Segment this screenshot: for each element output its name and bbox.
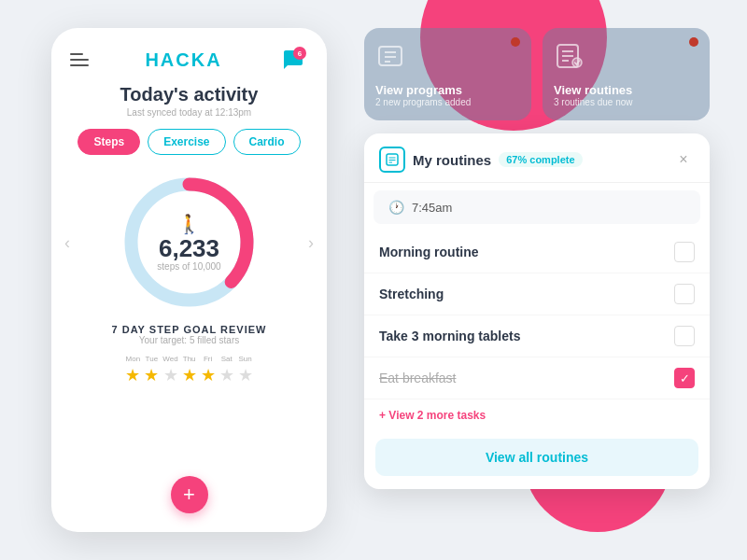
phone-card: HACKA 6 Today's activity Last synced tod… [51, 28, 327, 532]
app-title: HACKA [145, 49, 221, 71]
day-label-sat: Sat [221, 355, 233, 363]
routines-sub: 3 routines due now [554, 97, 698, 107]
sync-text: Last synced today at 12:13pm [51, 107, 327, 118]
task-morning-routine[interactable]: Morning routine [364, 231, 710, 273]
tab-cardio[interactable]: Cardio [233, 129, 301, 155]
clock-icon: 🕐 [388, 200, 404, 215]
routines-icon [554, 41, 698, 77]
prev-arrow[interactable]: ‹ [64, 232, 70, 252]
stars-row: Mon ★ Tue ★ Wed ★ Thu ★ Fri ★ Sat ★ Sun … [51, 349, 327, 391]
steps-count: 6,233 [157, 235, 220, 262]
activity-title: Today's activity [51, 84, 327, 105]
notification-badge: 6 [293, 47, 306, 60]
top-cards: View programs 2 new programs added View … [364, 28, 710, 120]
tabs-row: Steps Exercise Cardio [51, 129, 327, 155]
chat-button[interactable]: 6 [278, 45, 308, 75]
goal-target: Your target: 5 filled stars [51, 335, 327, 345]
task-tablets[interactable]: Take 3 morning tablets [364, 315, 710, 357]
star-sat: ★ [219, 365, 234, 385]
programs-title: View programs [375, 83, 520, 97]
view-all-routines-button[interactable]: View all routines [375, 439, 698, 476]
star-thu: ★ [182, 365, 197, 385]
routines-title: View routines [554, 83, 698, 97]
task-checkbox-tablets[interactable] [674, 326, 695, 346]
task-label-stretching: Stretching [379, 287, 444, 301]
day-sun: Sun ★ [238, 355, 253, 385]
view-more-tasks[interactable]: + View 2 more tasks [364, 399, 710, 431]
star-fri: ★ [201, 365, 216, 385]
programs-sub: 2 new programs added [375, 97, 520, 107]
task-label-breakfast: Eat breakfast [379, 371, 457, 385]
star-mon: ★ [125, 365, 140, 385]
tab-exercise[interactable]: Exercise [148, 129, 225, 155]
goal-title: 7 DAY STEP GOAL REVIEW [51, 324, 327, 335]
chart-area: ‹ 🚶 6,233 steps of 10,000 › [61, 170, 317, 315]
day-label-mon: Mon [126, 355, 141, 363]
day-sat: Sat ★ [219, 355, 234, 385]
task-stretching[interactable]: Stretching [364, 273, 710, 315]
modal-header: My routines 67% complete × [364, 133, 710, 183]
task-checkbox-breakfast[interactable]: ✓ [674, 368, 695, 388]
day-label-fri: Fri [204, 355, 212, 363]
time-text: 7:45am [412, 201, 452, 215]
day-tue: Tue ★ [144, 355, 159, 385]
routines-modal: My routines 67% complete × 🕐 7:45am Morn… [364, 133, 710, 489]
phone-header: HACKA 6 [51, 28, 327, 84]
task-checkbox-morning[interactable] [674, 242, 695, 262]
routine-icon-box [379, 147, 405, 173]
modal-title: My routines [413, 152, 491, 168]
task-checkbox-stretching[interactable] [674, 284, 695, 304]
routines-card[interactable]: View routines 3 routines due now [543, 28, 710, 120]
day-thu: Thu ★ [182, 355, 197, 385]
day-mon: Mon ★ [125, 355, 140, 385]
routine-list-icon [386, 153, 399, 166]
star-tue: ★ [144, 365, 159, 385]
tab-steps[interactable]: Steps [78, 129, 140, 155]
day-label-wed: Wed [162, 355, 177, 363]
right-panel: View programs 2 new programs added View … [364, 28, 710, 489]
task-label-morning: Morning routine [379, 245, 479, 259]
menu-icon[interactable] [70, 53, 89, 66]
time-row: 🕐 7:45am [374, 190, 700, 224]
complete-badge: 67% complete [499, 152, 582, 167]
day-wed: Wed ★ [162, 355, 177, 385]
day-label-sun: Sun [239, 355, 252, 363]
star-wed: ★ [163, 365, 178, 385]
steps-label: steps of 10,000 [157, 261, 220, 272]
programs-icon [375, 41, 520, 77]
day-label-thu: Thu [183, 355, 196, 363]
programs-card[interactable]: View programs 2 new programs added [364, 28, 531, 120]
svg-point-10 [572, 58, 582, 67]
close-button[interactable]: × [672, 148, 695, 171]
task-breakfast[interactable]: Eat breakfast ✓ [364, 357, 710, 399]
task-label-tablets: Take 3 morning tablets [379, 329, 520, 343]
next-arrow[interactable]: › [308, 232, 314, 252]
day-fri: Fri ★ [201, 355, 216, 385]
chart-center: 🚶 6,233 steps of 10,000 [157, 213, 220, 273]
goal-review: 7 DAY STEP GOAL REVIEW Your target: 5 fi… [51, 324, 327, 345]
day-label-tue: Tue [146, 355, 159, 363]
fab-add-button[interactable]: + [171, 476, 208, 513]
modal-title-row: My routines 67% complete [379, 147, 583, 173]
star-sun: ★ [238, 365, 253, 385]
walk-icon: 🚶 [157, 213, 220, 235]
